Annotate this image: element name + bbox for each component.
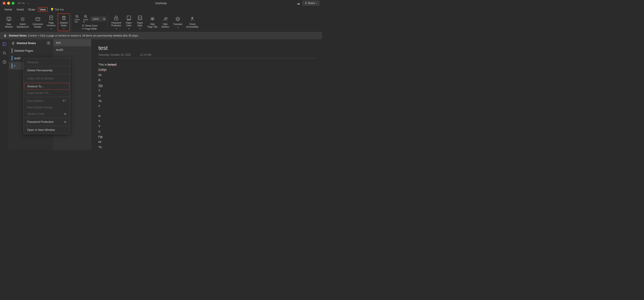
note-title: test	[98, 45, 315, 52]
reset-zoom-label: Reset Zoom	[86, 25, 98, 27]
share-button[interactable]: ⬆ Share ↓	[302, 1, 319, 6]
svg-rect-0	[7, 17, 11, 20]
page-item-tes56[interactable]: tes56	[54, 46, 91, 54]
undo-button[interactable]: ↩	[18, 1, 21, 5]
section-item-deleted-pages[interactable]: Deleted Pages	[9, 47, 53, 54]
note-meta: Saturday, October 29, 2022 12:12 AM	[98, 53, 315, 58]
svg-point-4	[22, 18, 24, 20]
info-bar-message: Control + Click a page or section to res…	[28, 34, 139, 37]
zoom-out-label: ZoomOut	[74, 19, 80, 23]
main-layout: 🗑 Deleted Notes ✕ Deleted Pages test5 t …	[0, 39, 322, 150]
ctx-separator-2	[24, 74, 70, 74]
deleted-notes-label: DeletedNotes	[60, 22, 68, 27]
paper-style-button[interactable]: PaperStyle ▾	[135, 14, 145, 31]
paper-color-button[interactable]: PaperColor ▾	[124, 14, 134, 31]
info-bar: 🗑 Deleted Notes Control + Click a page o…	[0, 32, 322, 39]
svg-point-44	[152, 19, 153, 20]
page-versions-button[interactable]: PageVersions ▾	[45, 14, 57, 31]
page-item-test[interactable]: test	[54, 39, 91, 46]
translate-label: Translate	[173, 23, 182, 26]
check-accessibility-button[interactable]: CheckAccessibility	[184, 15, 200, 29]
zoom-out-button[interactable]: ZoomOut	[73, 14, 81, 23]
hide-authors-label: HideAuthors	[161, 23, 169, 28]
ctx-delete-permanently-label: Delete Permanently	[27, 69, 52, 72]
ribbon: NewWindow SwitchBackground	[0, 13, 322, 32]
ctx-copy-section-to[interactable]: Copy Section To...	[24, 90, 70, 96]
zoom-row: ZoomOut ZoomIn 100% 75% 150%	[73, 14, 106, 23]
note-line-15: Hr	[98, 139, 315, 144]
new-window-button[interactable]: NewWindow	[3, 15, 15, 29]
ctx-new-section[interactable]: New Section ⌘T	[24, 98, 70, 104]
svg-rect-40	[138, 16, 142, 20]
title-bar: ↩ ↪ ··· OneNote ☁ ⬆ Share ↓	[0, 0, 322, 6]
ctx-separator-5	[24, 118, 70, 118]
ctx-new-section-group[interactable]: New Section Group	[24, 104, 70, 110]
ctx-new-section-shortcut: ⌘T	[62, 99, 66, 102]
reset-zoom-link[interactable]: Reset Zoom	[82, 24, 98, 27]
menu-draw[interactable]: Draw	[26, 7, 37, 12]
translate-button[interactable]: Translate ▾	[171, 15, 184, 29]
svg-line-11	[24, 18, 24, 18]
ctx-open-in-new-window[interactable]: Open in New Window	[24, 127, 70, 133]
hide-page-title-button[interactable]: HidePage Title	[146, 15, 159, 29]
note-line-14: Fgt	[98, 134, 315, 139]
menu-insert[interactable]: Insert	[15, 7, 26, 12]
minimize-button[interactable]	[7, 2, 10, 5]
ctx-delete-permanently[interactable]: Delete Permanently	[24, 67, 70, 74]
ctx-new-section-label: New Section	[27, 99, 44, 102]
zoom-in-button[interactable]: ZoomIn	[82, 14, 90, 23]
hide-page-title-icon	[149, 16, 156, 22]
note-line-10: H	[98, 113, 315, 119]
sidebar-search-icon[interactable]	[1, 50, 8, 56]
redo-button[interactable]: ↪	[22, 1, 25, 5]
immersive-reader-icon	[35, 16, 41, 22]
more-options-button[interactable]: ···	[27, 2, 29, 5]
ribbon-group-zoom: ZoomOut ZoomIn 100% 75% 150%	[72, 13, 108, 31]
sidebar-notebook-icon[interactable]	[1, 41, 8, 47]
note-trh: Trh	[98, 84, 102, 87]
ctx-password-protection[interactable]: Password Protection ▶	[24, 119, 70, 125]
note-content: This is fortesf Dsffgh Gt R Trh T H Th T…	[98, 62, 315, 150]
ctx-password-protection-label: Password Protection	[27, 120, 54, 123]
switch-background-label: SwitchBackground	[17, 23, 29, 28]
tell-me-label: Tell me	[55, 8, 64, 11]
notebook-close-button[interactable]: ✕	[46, 41, 50, 45]
paper-color-icon	[126, 15, 132, 21]
page-width-label: Page Width	[86, 28, 97, 30]
deleted-notes-button[interactable]: DeletedNotes ▾	[58, 13, 70, 31]
svg-line-55	[5, 54, 6, 55]
deleted-notes-icon	[61, 15, 67, 21]
ctx-section-color[interactable]: Section Color ▶	[24, 110, 70, 117]
ctx-restore-to[interactable]: Restore To...	[24, 83, 70, 90]
sidebar-history-icon[interactable]	[1, 59, 8, 65]
svg-line-30	[78, 17, 78, 18]
menu-view[interactable]: View	[38, 7, 48, 12]
password-protection-button[interactable]: PasswordProtection ▾	[110, 14, 123, 31]
immersive-reader-button[interactable]: ImmersiveReader	[31, 15, 45, 29]
close-button[interactable]	[3, 2, 6, 5]
hide-authors-button[interactable]: A HideAuthors	[160, 15, 171, 29]
notebook-header: 🗑 Deleted Notes ✕	[9, 39, 53, 47]
note-line-12: Y	[98, 124, 315, 129]
undo-redo-group: ↩ ↪ ···	[14, 1, 29, 5]
ctx-rename[interactable]: Rename	[24, 59, 70, 66]
paper-style-icon	[137, 15, 143, 21]
info-bar-title: Deleted Notes	[9, 34, 27, 37]
switch-background-button[interactable]: SwitchBackground	[15, 15, 30, 29]
ctx-restore-to-label: Restore To...	[27, 85, 44, 88]
page-width-link[interactable]: Page Width	[82, 27, 98, 30]
zoom-select[interactable]: 100% 75% 150%	[90, 17, 106, 21]
menu-tell-me[interactable]: 💡 Tell me	[48, 7, 66, 12]
check-accessibility-label: CheckAccessibility	[186, 23, 198, 28]
menu-home[interactable]: Home	[3, 7, 14, 12]
ctx-separator-3	[24, 82, 70, 82]
section-tab-t	[12, 63, 12, 68]
traffic-lights	[3, 2, 14, 5]
ctx-copy-link-to-section[interactable]: Copy Link to Section	[24, 75, 70, 82]
cloud-icon: ☁	[297, 1, 300, 5]
maximize-button[interactable]	[12, 2, 14, 5]
ctx-separator-6	[24, 126, 70, 126]
check-accessibility-icon	[189, 16, 196, 22]
notebook-title: Deleted Notes	[17, 42, 36, 45]
note-line-11: T	[98, 119, 315, 124]
